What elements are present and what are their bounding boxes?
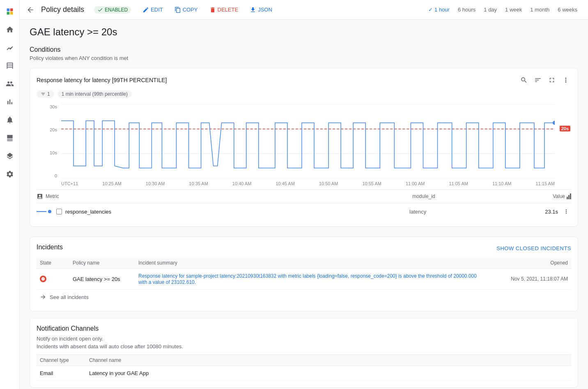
metric-checkbox[interactable] xyxy=(56,209,62,214)
copy-button[interactable]: COPY xyxy=(170,4,203,16)
incidents-table-header: State Policy name Incident summary Opene… xyxy=(37,258,571,269)
sidebar-home-icon[interactable] xyxy=(2,21,18,38)
sidebar-table-icon[interactable] xyxy=(2,58,18,74)
time-btn-1week[interactable]: 1 week xyxy=(501,5,526,14)
sidebar-group-icon[interactable] xyxy=(2,76,18,92)
notif-row: Email Latency in your GAE App xyxy=(37,366,571,381)
metric-name-cell: response_latencies xyxy=(37,209,291,215)
x-label-0: UTC+11 xyxy=(61,181,78,186)
json-button[interactable]: JSON xyxy=(245,4,277,16)
enabled-label: ENABLED xyxy=(105,7,128,13)
sidebar-bell-icon[interactable] xyxy=(2,112,18,128)
conditions-title: Conditions xyxy=(30,46,578,53)
y-label-10s: 10s xyxy=(41,150,57,155)
time-btn-1day[interactable]: 1 day xyxy=(480,5,501,14)
metric-dot-indicator xyxy=(48,210,51,213)
incident-opened: Nov 5, 2021, 11:18:07 AM xyxy=(486,276,568,282)
time-btn-6hours[interactable]: 6 hours xyxy=(454,5,480,14)
metric-module-cell: latency xyxy=(291,209,545,215)
metric-more-button[interactable] xyxy=(561,207,571,216)
notification-channels-card: Notification Channels Notify on incident… xyxy=(30,318,578,388)
policy-col-header: Policy name xyxy=(73,260,138,266)
metric-table-header: Metric module_id Value xyxy=(37,190,571,203)
x-label-11: 11:15 AM xyxy=(535,181,554,186)
opened-col-header: Opened xyxy=(486,260,568,266)
incidents-header: Incidents SHOW CLOSED INCIDENTS xyxy=(37,244,571,253)
back-button[interactable] xyxy=(26,6,34,14)
notif-title: Notification Channels xyxy=(37,325,571,332)
metric-col-header: Metric xyxy=(37,193,295,200)
error-dot-icon xyxy=(40,276,46,282)
topbar: Policy details ENABLED EDIT COPY DELETE … xyxy=(20,0,588,20)
summary-col-header: Incident summary xyxy=(138,260,486,266)
sidebar-bar-icon[interactable] xyxy=(2,94,18,110)
chart-controls xyxy=(519,75,571,85)
channel-type-cell: Email xyxy=(40,370,89,376)
incident-row: GAE latency >= 20s Response latency for … xyxy=(37,269,571,290)
time-range-selector: 1 hour 6 hours 1 day 1 week 1 month 6 we… xyxy=(424,5,581,14)
incident-state xyxy=(40,276,73,282)
chart-lines-button[interactable] xyxy=(533,75,543,85)
legend-filter[interactable]: 1 xyxy=(37,90,54,98)
incidents-title: Incidents xyxy=(37,244,63,251)
incident-summary: Response latency for sample-project late… xyxy=(138,273,486,285)
module-col-header: module_id xyxy=(295,193,553,199)
incident-summary-link[interactable]: Response latency for sample-project late… xyxy=(138,273,477,285)
edit-button[interactable]: EDIT xyxy=(138,4,168,16)
chart-expand-button[interactable] xyxy=(547,75,557,85)
show-closed-button[interactable]: SHOW CLOSED INCIDENTS xyxy=(496,245,571,251)
see-all-incidents-link[interactable]: See all incidents xyxy=(37,290,571,304)
x-label-5: 10:45 AM xyxy=(276,181,294,186)
x-label-10: 11:10 AM xyxy=(492,181,511,186)
action-buttons: EDIT COPY DELETE JSON xyxy=(138,4,277,16)
enabled-badge: ENABLED xyxy=(94,6,131,14)
sidebar-chart-icon[interactable] xyxy=(2,39,18,56)
y-label-0: 0 xyxy=(41,173,57,178)
sidebar xyxy=(0,0,20,389)
sidebar-monitor-icon[interactable] xyxy=(2,130,18,146)
x-label-4: 10:40 AM xyxy=(232,181,251,186)
svg-rect-2 xyxy=(7,12,9,15)
y-axis-labels: 30s 20s 10s 0 xyxy=(41,104,57,178)
metric-table: Metric module_id Value xyxy=(37,189,571,220)
time-btn-1hour[interactable]: 1 hour xyxy=(424,5,454,14)
policy-title: GAE latency >= 20s xyxy=(30,26,578,38)
chart-more-button[interactable] xyxy=(560,75,571,85)
x-label-8: 11:00 AM xyxy=(406,181,425,186)
chart-search-button[interactable] xyxy=(519,75,529,85)
delete-button[interactable]: DELETE xyxy=(204,4,243,16)
value-col-header: Value xyxy=(553,193,571,199)
svg-rect-3 xyxy=(10,12,13,15)
threshold-badge: 20s xyxy=(560,126,570,131)
metric-line-indicator xyxy=(37,211,46,212)
time-btn-6weeks[interactable]: 6 weeks xyxy=(554,5,581,14)
y-label-30s: 30s xyxy=(41,104,57,109)
notif-subtitle2: Incidents with absent data will auto clo… xyxy=(37,343,571,350)
incident-policy-name: GAE latency >= 20s xyxy=(73,276,138,282)
conditions-subtitle: Policy violates when ANY condition is me… xyxy=(30,55,578,61)
channel-name-cell: Latency in your GAE App xyxy=(89,370,568,376)
chart-legend: 1 1 min interval (99th percentile) xyxy=(37,90,571,98)
ch-name-header: Channel name xyxy=(89,357,568,363)
sidebar-settings-icon[interactable] xyxy=(2,166,18,182)
x-label-1: 10:25 AM xyxy=(102,181,121,186)
x-axis-labels: UTC+11 10:25 AM 10:30 AM 10:35 AM 10:40 … xyxy=(61,181,555,186)
x-label-6: 10:50 AM xyxy=(319,181,338,186)
sidebar-logo[interactable] xyxy=(2,3,18,20)
main-content: Policy details ENABLED EDIT COPY DELETE … xyxy=(20,0,588,389)
state-col-header: State xyxy=(40,260,73,266)
svg-rect-0 xyxy=(7,9,9,12)
metric-value-cell: 23.1s xyxy=(545,207,571,216)
x-label-9: 11:05 AM xyxy=(449,181,468,186)
metric-data-row: response_latencies latency 23.1s xyxy=(37,203,571,220)
notif-table: Channel type Channel name Email Latency … xyxy=(37,354,571,381)
chart-container: 30s 20s 10s 0 xyxy=(61,104,555,180)
content-area: GAE latency >= 20s Conditions Policy vio… xyxy=(20,20,588,389)
chart-title: Response latency for latency [99TH PERCE… xyxy=(37,77,167,83)
notif-subtitle1: Notify on incident open only. xyxy=(37,336,571,342)
chart-card: Response latency for latency [99TH PERCE… xyxy=(30,68,578,227)
time-btn-1month[interactable]: 1 month xyxy=(526,5,554,14)
sidebar-layers-icon[interactable] xyxy=(2,148,18,164)
svg-point-9 xyxy=(553,121,555,125)
metric-name: response_latencies xyxy=(65,209,111,215)
